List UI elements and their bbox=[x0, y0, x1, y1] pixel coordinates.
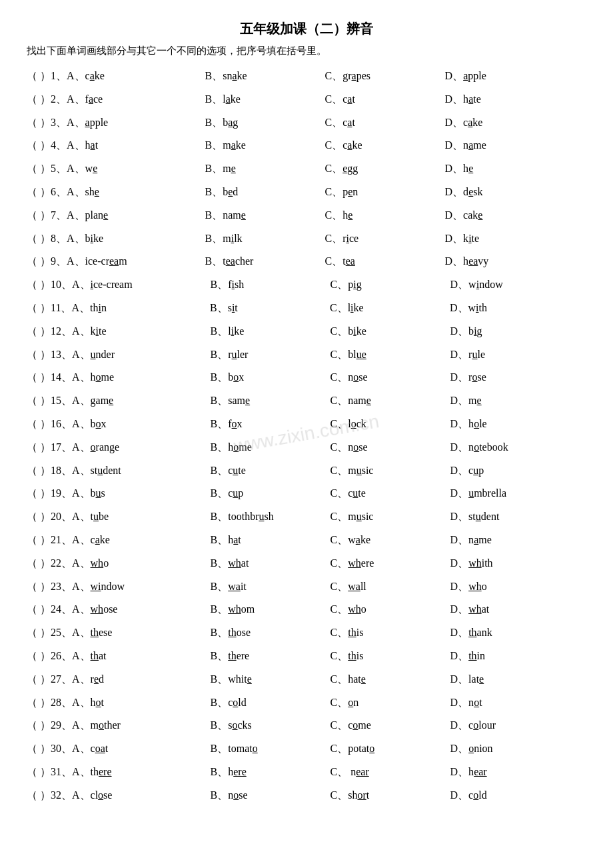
question-option-a: there bbox=[91, 763, 211, 782]
question-option-a: game bbox=[91, 391, 211, 411]
question-number: （ ）31、A、 bbox=[27, 763, 91, 782]
question-option-d: D、big bbox=[450, 322, 557, 341]
question-option-d: D、cake bbox=[445, 206, 552, 225]
table-row: （ ）11、A、thinB、sitC、likeD、with bbox=[27, 299, 586, 318]
question-option-d: D、name bbox=[450, 531, 557, 550]
question-option-b: B、same bbox=[211, 391, 330, 411]
question-option-b: B、hat bbox=[211, 531, 330, 550]
question-number: （ ）7、A、 bbox=[27, 206, 85, 225]
question-option-b: B、whom bbox=[211, 600, 330, 619]
question-option-b: B、fish bbox=[211, 275, 330, 295]
question-option-a: coat bbox=[91, 739, 211, 759]
question-option-c: C、 near bbox=[330, 763, 450, 782]
table-row: （ ）31、A、thereB、hereC、 nearD、hear bbox=[27, 763, 586, 782]
question-option-b: B、teacher bbox=[205, 252, 325, 271]
question-option-c: C、nose bbox=[330, 368, 450, 387]
question-number: （ ）26、A、 bbox=[27, 647, 91, 666]
table-row: （ ）8、A、bikeB、milkC、riceD、kite bbox=[27, 229, 586, 249]
table-row: （ ）27、A、redB、whiteC、hateD、late bbox=[27, 670, 586, 689]
question-option-c: C、rice bbox=[325, 229, 445, 249]
question-option-b: B、those bbox=[211, 623, 330, 643]
table-row: （ ）19、A、busB、cupC、cuteD、umbrella bbox=[27, 484, 586, 503]
question-option-c: C、cute bbox=[330, 484, 450, 503]
question-option-b: B、bag bbox=[205, 113, 325, 133]
question-option-a: bike bbox=[85, 229, 205, 249]
question-option-d: D、name bbox=[445, 136, 552, 155]
question-option-b: B、toothbrush bbox=[211, 507, 330, 527]
question-option-d: D、whith bbox=[450, 554, 557, 573]
question-number: （ ）20、A、 bbox=[27, 507, 91, 527]
question-number: （ ）3、A、 bbox=[27, 113, 85, 133]
question-option-b: B、ruler bbox=[211, 345, 330, 365]
question-option-b: B、cold bbox=[211, 693, 330, 713]
question-number: （ ）30、A、 bbox=[27, 739, 91, 759]
table-row: （ ）21、A、cakeB、hatC、wakeD、name bbox=[27, 531, 586, 550]
question-option-b: B、like bbox=[211, 322, 330, 341]
question-number: （ ）19、A、 bbox=[27, 484, 91, 503]
table-row: （ ）20、A、tubeB、toothbrushC、musicD、student bbox=[27, 507, 586, 527]
question-option-d: D、kite bbox=[445, 229, 552, 249]
question-option-d: D、hear bbox=[450, 763, 557, 782]
question-option-c: C、wake bbox=[330, 531, 450, 550]
question-list: （ ）1、A、cakeB、snakeC、grapesD、apple（ ）2、A、… bbox=[27, 67, 586, 805]
question-option-c: C、come bbox=[330, 716, 450, 735]
question-number: （ ）8、A、 bbox=[27, 229, 85, 249]
question-option-c: C、on bbox=[330, 693, 450, 713]
table-row: （ ）14、A、homeB、boxC、noseD、rose bbox=[27, 368, 586, 387]
question-option-c: C、this bbox=[330, 647, 450, 666]
question-option-b: B、home bbox=[211, 438, 330, 457]
question-option-d: D、hole bbox=[450, 415, 557, 434]
question-option-a: kite bbox=[91, 322, 211, 341]
question-option-d: D、rule bbox=[450, 345, 557, 365]
question-option-b: B、me bbox=[205, 159, 325, 179]
question-option-c: C、where bbox=[330, 554, 450, 573]
question-number: （ ）14、A、 bbox=[27, 368, 91, 387]
question-option-c: C、like bbox=[330, 299, 450, 318]
table-row: （ ）29、A、motherB、socksC、comeD、colour bbox=[27, 716, 586, 735]
table-row: （ ）28、A、hotB、coldC、onD、not bbox=[27, 693, 586, 713]
question-option-d: D、he bbox=[445, 159, 552, 179]
question-option-c: C、cat bbox=[325, 90, 445, 109]
table-row: （ ）6、A、sheB、bedC、penD、desk bbox=[27, 183, 586, 202]
question-number: （ ）32、A、 bbox=[27, 786, 91, 805]
question-option-d: D、umbrella bbox=[450, 484, 557, 503]
question-option-b: B、milk bbox=[205, 229, 325, 249]
question-option-d: D、hate bbox=[445, 90, 552, 109]
table-row: （ ）3、A、appleB、bagC、catD、cake bbox=[27, 113, 586, 133]
table-row: （ ）23、A、windowB、waitC、wallD、who bbox=[27, 577, 586, 597]
question-option-a: mother bbox=[91, 716, 211, 735]
question-option-c: C、name bbox=[330, 391, 450, 411]
table-row: （ ）2、A、faceB、lakeC、catD、hate bbox=[27, 90, 586, 109]
question-option-d: D、me bbox=[450, 391, 557, 411]
question-number: （ ）22、A、 bbox=[27, 554, 91, 573]
question-option-d: D、cake bbox=[445, 113, 552, 133]
question-number: （ ）25、A、 bbox=[27, 623, 91, 643]
question-option-c: C、this bbox=[330, 623, 450, 643]
question-option-c: C、short bbox=[330, 786, 450, 805]
question-option-b: B、wait bbox=[211, 577, 330, 597]
question-option-b: B、there bbox=[211, 647, 330, 666]
question-option-d: D、cup bbox=[450, 461, 557, 481]
question-option-d: D、colour bbox=[450, 716, 557, 735]
question-option-c: C、bike bbox=[330, 322, 450, 341]
table-row: （ ）32、A、closeB、noseC、shortD、cold bbox=[27, 786, 586, 805]
question-option-d: D、desk bbox=[445, 183, 552, 202]
question-option-b: B、cup bbox=[211, 484, 330, 503]
question-option-a: cake bbox=[85, 67, 205, 86]
table-row: （ ）30、A、coatB、tomatoC、potatoD、onion bbox=[27, 739, 586, 759]
question-option-c: C、nose bbox=[330, 438, 450, 457]
question-option-c: C、potato bbox=[330, 739, 450, 759]
question-option-b: B、cute bbox=[211, 461, 330, 481]
question-option-b: B、box bbox=[211, 368, 330, 387]
question-option-a: hot bbox=[91, 693, 211, 713]
question-option-a: under bbox=[91, 345, 211, 365]
question-number: （ ）21、A、 bbox=[27, 531, 91, 550]
question-option-b: B、nose bbox=[211, 786, 330, 805]
question-option-a: close bbox=[91, 786, 211, 805]
question-option-a: red bbox=[91, 670, 211, 689]
question-number: （ ）29、A、 bbox=[27, 716, 91, 735]
question-option-a: ice-cream bbox=[85, 252, 205, 271]
table-row: （ ）5、A、weB、meC、eggD、he bbox=[27, 159, 586, 179]
question-option-c: C、tea bbox=[325, 252, 445, 271]
question-option-b: B、name bbox=[205, 206, 325, 225]
